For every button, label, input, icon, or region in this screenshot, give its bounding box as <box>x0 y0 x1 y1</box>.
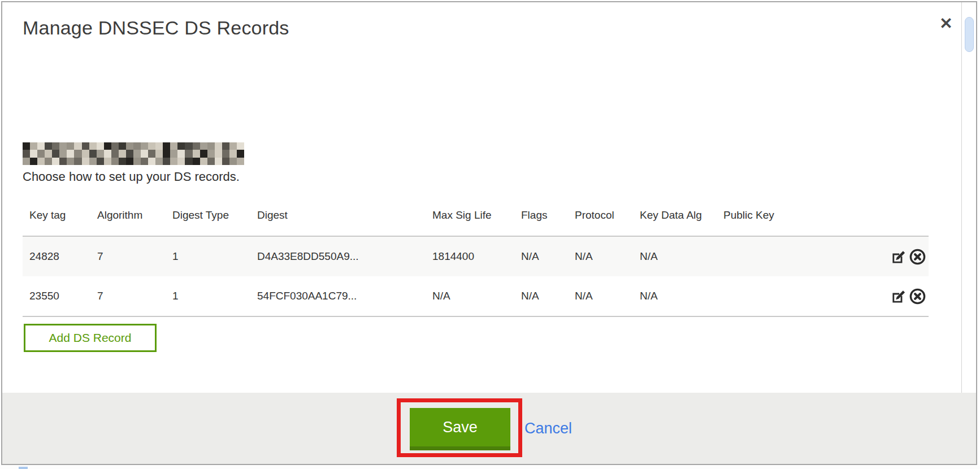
redacted-pixel <box>74 150 81 157</box>
modal-title: Manage DNSSEC DS Records <box>23 17 289 39</box>
redacted-pixel <box>237 150 244 157</box>
redacted-pixel <box>177 142 185 150</box>
redacted-pixel <box>37 150 45 157</box>
save-button[interactable]: Save <box>410 408 510 450</box>
edit-record-icon[interactable] <box>890 288 908 305</box>
redacted-pixel <box>89 150 97 157</box>
redacted-pixel <box>222 150 229 157</box>
redacted-pixel <box>23 158 30 165</box>
redacted-pixel <box>193 142 200 150</box>
add-ds-record-button[interactable]: Add DS Record <box>24 324 157 352</box>
cell-max-sig-life: N/A <box>432 276 450 316</box>
redacted-pixel <box>215 150 222 157</box>
background-artifact <box>19 467 28 469</box>
redacted-pixel <box>67 158 74 165</box>
column-header-key-tag: Key tag <box>29 209 66 224</box>
cell-digest-type: 1 <box>172 237 179 276</box>
redacted-pixel <box>215 142 222 150</box>
redacted-pixel <box>148 150 155 157</box>
background-page-strip <box>0 466 980 469</box>
column-header-protocol: Protocol <box>575 209 614 224</box>
redacted-pixel <box>163 150 170 157</box>
redacted-pixel <box>37 142 45 150</box>
redacted-pixel <box>82 158 89 165</box>
redacted-pixel <box>89 158 97 165</box>
redacted-pixel <box>200 150 207 157</box>
redacted-pixel <box>185 158 192 165</box>
redacted-pixel <box>37 158 45 165</box>
redacted-pixel <box>155 142 163 150</box>
redacted-pixel <box>97 142 104 150</box>
column-header-digest: Digest <box>257 209 288 224</box>
column-header-digest-type: Digest Type <box>172 209 229 224</box>
cell-digest: D4A33E8DD550A9... <box>257 237 359 276</box>
redacted-pixel <box>126 142 133 150</box>
redacted-pixel <box>133 142 141 150</box>
redacted-pixel <box>141 142 148 150</box>
column-header-max-sig-life: Max Sig Life <box>432 209 492 224</box>
modal-scrollbar[interactable] <box>961 2 976 393</box>
cell-key-tag: 23550 <box>29 276 59 316</box>
table-bottom-border <box>23 316 929 317</box>
redacted-pixel <box>104 142 111 150</box>
redacted-pixel <box>45 142 52 150</box>
column-header-flags: Flags <box>521 209 547 224</box>
redacted-pixel <box>45 158 52 165</box>
redacted-pixel <box>200 142 207 150</box>
redacted-pixel <box>170 158 177 165</box>
scrollbar-thumb[interactable] <box>965 17 974 52</box>
redacted-pixel <box>67 142 74 150</box>
redacted-pixel <box>126 158 133 165</box>
column-header-key-data-alg: Key Data Alg <box>640 209 702 224</box>
row-actions <box>890 276 926 316</box>
redacted-pixel <box>141 150 148 157</box>
redacted-pixel <box>229 158 237 165</box>
redacted-pixel <box>119 150 126 157</box>
redacted-pixel <box>52 150 59 157</box>
redacted-pixel <box>111 158 119 165</box>
cell-digest-type: 1 <box>172 276 179 316</box>
redacted-pixel <box>82 142 89 150</box>
redacted-pixel <box>30 150 37 157</box>
cell-algorithm: 7 <box>97 237 103 276</box>
redacted-pixel <box>133 150 141 157</box>
redacted-pixel <box>155 158 163 165</box>
row-actions <box>890 237 926 276</box>
redacted-pixel <box>222 158 229 165</box>
instruction-text: Choose how to set up your DS records. <box>23 170 240 184</box>
redacted-pixel <box>185 150 192 157</box>
manage-dnssec-modal: Manage DNSSEC DS Records ✕ Choose how to… <box>1 1 977 465</box>
edit-record-icon[interactable] <box>890 248 908 266</box>
redacted-pixel <box>170 150 177 157</box>
redacted-pixel <box>229 142 237 150</box>
close-icon[interactable]: ✕ <box>935 12 957 35</box>
column-header-algorithm: Algorithm <box>97 209 142 224</box>
redacted-pixel <box>52 158 59 165</box>
redacted-pixel <box>237 158 244 165</box>
redacted-pixel <box>59 158 67 165</box>
cell-flags: N/A <box>521 276 539 316</box>
redacted-pixel <box>177 150 185 157</box>
redacted-pixel <box>207 158 215 165</box>
redacted-pixel <box>133 158 141 165</box>
redacted-pixel <box>119 142 126 150</box>
redacted-pixel <box>30 158 37 165</box>
delete-record-icon[interactable] <box>909 288 926 305</box>
redacted-pixel <box>148 142 155 150</box>
redacted-pixel <box>126 150 133 157</box>
redacted-pixel <box>193 158 200 165</box>
redacted-pixel <box>111 142 119 150</box>
redacted-pixel <box>222 142 229 150</box>
redacted-pixel <box>45 150 52 157</box>
cell-key-data-alg: N/A <box>640 237 658 276</box>
cell-max-sig-life: 1814400 <box>432 237 474 276</box>
redacted-pixel <box>23 142 30 150</box>
cancel-link[interactable]: Cancel <box>524 420 572 437</box>
cell-algorithm: 7 <box>97 276 103 316</box>
redacted-pixel <box>74 158 81 165</box>
cell-protocol: N/A <box>575 276 593 316</box>
delete-record-icon[interactable] <box>909 248 926 266</box>
cell-protocol: N/A <box>575 237 593 276</box>
redacted-pixel <box>155 150 163 157</box>
redacted-pixel <box>141 158 148 165</box>
